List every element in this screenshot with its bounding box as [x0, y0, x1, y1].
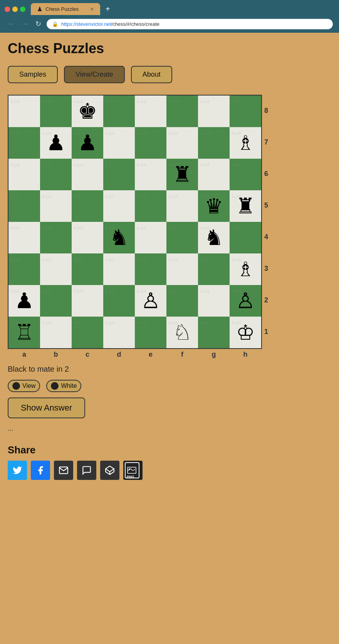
cell-b7[interactable]: ♟ — [40, 127, 72, 159]
cell-f4[interactable] — [166, 222, 198, 253]
share-facebook-button[interactable] — [31, 461, 50, 480]
cell-a5[interactable] — [8, 190, 40, 222]
cell-g4[interactable]: ♞ — [198, 222, 230, 253]
file-label-b: b — [40, 351, 72, 359]
share-png-button[interactable]: PNG — [123, 461, 143, 480]
white-toggle[interactable]: White — [46, 380, 81, 392]
lock-icon: 🔒 — [52, 21, 58, 27]
cell-b8[interactable] — [40, 96, 72, 127]
cell-f2[interactable] — [166, 285, 198, 317]
cell-h7[interactable]: ♗ — [230, 127, 261, 159]
svg-line-5 — [131, 469, 133, 471]
cell-e1[interactable] — [135, 317, 166, 348]
minimize-button[interactable] — [12, 7, 18, 12]
close-button[interactable] — [5, 7, 10, 12]
cell-g1[interactable] — [198, 317, 230, 348]
cell-c4[interactable] — [72, 222, 103, 253]
cell-b6[interactable] — [40, 159, 72, 190]
cell-c8[interactable]: ♚ — [72, 96, 103, 127]
tab-icon: ♟ — [37, 5, 42, 13]
cell-a4[interactable] — [8, 222, 40, 253]
forward-button[interactable]: → — [20, 18, 30, 30]
cell-e3[interactable] — [135, 253, 166, 285]
cell-a3[interactable] — [8, 253, 40, 285]
cell-g8[interactable] — [198, 96, 230, 127]
cell-d5[interactable] — [103, 190, 135, 222]
reload-button[interactable]: ↻ — [34, 18, 43, 30]
about-button[interactable]: About — [131, 66, 172, 83]
cell-e7[interactable] — [135, 127, 166, 159]
tab-bar: ♟ Chess Puzzles ✕ + — [0, 0, 339, 15]
cell-b2[interactable] — [40, 285, 72, 317]
cell-f5[interactable] — [166, 190, 198, 222]
file-label-h: h — [230, 351, 261, 359]
back-button[interactable]: ← — [6, 18, 16, 30]
cell-e5[interactable] — [135, 190, 166, 222]
cell-d2[interactable] — [103, 285, 135, 317]
cell-a2[interactable]: ♟ — [8, 285, 40, 317]
cell-g2[interactable] — [198, 285, 230, 317]
cell-a8[interactable] — [8, 96, 40, 127]
rank-label-4: 4 — [264, 221, 268, 253]
cell-g3[interactable] — [198, 253, 230, 285]
cell-f6[interactable]: ♜ — [166, 159, 198, 190]
share-twitter-button[interactable] — [8, 461, 27, 480]
cell-a7[interactable] — [8, 127, 40, 159]
share-email-button[interactable] — [54, 461, 73, 480]
cell-b1[interactable] — [40, 317, 72, 348]
cell-d3[interactable] — [103, 253, 135, 285]
chess-board[interactable]: ♚ ♟ ♟ ♗ ♜ — [8, 95, 262, 349]
cell-e6[interactable] — [135, 159, 166, 190]
cell-d4[interactable]: ♞ — [103, 222, 135, 253]
cell-f3[interactable] — [166, 253, 198, 285]
view-toggle[interactable]: View — [8, 380, 40, 392]
cell-d7[interactable] — [103, 127, 135, 159]
share-cube-button[interactable] — [100, 461, 119, 480]
cell-b5[interactable] — [40, 190, 72, 222]
cell-f1[interactable]: ♘ — [166, 317, 198, 348]
maximize-button[interactable] — [20, 7, 25, 12]
cell-b3[interactable] — [40, 253, 72, 285]
file-label-c: c — [72, 351, 103, 359]
cell-c6[interactable] — [72, 159, 103, 190]
cell-g5[interactable]: ♛ — [198, 190, 230, 222]
cell-e4[interactable] — [135, 222, 166, 253]
tab-close-button[interactable]: ✕ — [90, 7, 94, 12]
cell-c1[interactable] — [72, 317, 103, 348]
cell-b4[interactable] — [40, 222, 72, 253]
cell-c5[interactable] — [72, 190, 103, 222]
cell-e2[interactable]: ♙ — [135, 285, 166, 317]
address-bar[interactable]: 🔒 https://stevenvictor.net/chess/#/chess… — [47, 19, 333, 29]
cell-h5[interactable]: ♜ — [230, 190, 261, 222]
cell-f7[interactable] — [166, 127, 198, 159]
cell-g7[interactable] — [198, 127, 230, 159]
view-toggle-label: View — [22, 382, 35, 389]
show-answer-button[interactable]: Show Answer — [8, 397, 85, 418]
cell-c3[interactable] — [72, 253, 103, 285]
cell-e8[interactable] — [135, 96, 166, 127]
rank-label-7: 7 — [264, 126, 268, 158]
cell-c7[interactable]: ♟ — [72, 127, 103, 159]
active-tab[interactable]: ♟ Chess Puzzles ✕ — [31, 3, 100, 15]
cell-f8[interactable] — [166, 96, 198, 127]
cell-g6[interactable] — [198, 159, 230, 190]
cell-h6[interactable] — [230, 159, 261, 190]
file-label-e: e — [135, 351, 166, 359]
cell-h8[interactable] — [230, 96, 261, 127]
cell-h2[interactable]: ♙ — [230, 285, 261, 317]
view-create-button[interactable]: View/Create — [64, 66, 125, 83]
cell-d1[interactable] — [103, 317, 135, 348]
cell-h3[interactable]: ♗ — [230, 253, 261, 285]
cell-c2[interactable] — [72, 285, 103, 317]
cell-d8[interactable] — [103, 96, 135, 127]
cell-a6[interactable] — [8, 159, 40, 190]
share-chat-button[interactable] — [77, 461, 96, 480]
cell-d6[interactable] — [103, 159, 135, 190]
svg-line-6 — [133, 469, 135, 471]
view-toggle-dot — [12, 382, 20, 390]
cell-a1[interactable]: ♖ — [8, 317, 40, 348]
new-tab-button[interactable]: + — [102, 3, 114, 15]
samples-button[interactable]: Samples — [8, 66, 58, 83]
cell-h4[interactable] — [230, 222, 261, 253]
cell-h1[interactable]: ♔ — [230, 317, 261, 348]
